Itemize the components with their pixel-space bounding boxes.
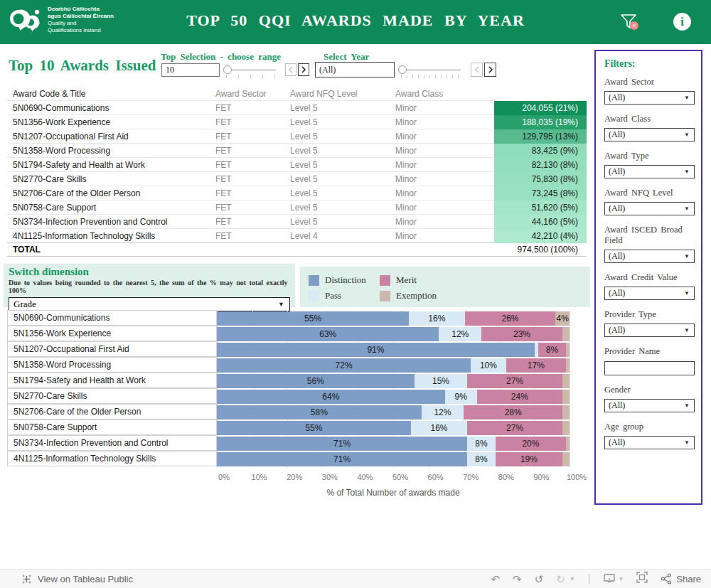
bar-segment-distinction[interactable]: 63%: [217, 327, 439, 341]
bar-segment-exemption[interactable]: [566, 343, 570, 357]
cell-award-count[interactable]: 83,425 (9%): [494, 144, 587, 158]
bar-segment-pass[interactable]: 12%: [422, 405, 464, 419]
download-caret-icon[interactable]: ▼: [618, 576, 624, 582]
share-button[interactable]: Share: [661, 573, 701, 584]
table-row[interactable]: 5N1358-Word ProcessingFETLevel 5Minor83,…: [7, 143, 587, 157]
bar-segment-merit[interactable]: 20%: [496, 437, 566, 451]
bar-segment-distinction[interactable]: 91%: [217, 343, 535, 357]
top-selection-input[interactable]: [161, 63, 220, 77]
legend-item[interactable]: Merit: [380, 272, 493, 288]
legend-item[interactable]: Distinction: [309, 272, 380, 288]
bar-segment-merit[interactable]: 26%: [465, 311, 556, 326]
bar-segment-exemption[interactable]: [562, 405, 570, 419]
select-year-prev-button[interactable]: [471, 63, 483, 77]
table-row[interactable]: 5N0690-CommunicationsFETLevel 5Minor204,…: [7, 100, 587, 114]
table-row[interactable]: 5N0758-Care SupportFETLevel 5Minor51,620…: [7, 200, 587, 214]
bar-segment-pass[interactable]: 8%: [467, 452, 496, 466]
bar-segment-merit[interactable]: 8%: [538, 343, 566, 357]
bar-segment-merit[interactable]: 27%: [467, 421, 562, 435]
filter-funnel-icon[interactable]: ×: [618, 11, 639, 32]
cell-award-count[interactable]: 73,245 (8%): [494, 186, 587, 201]
filter-dropdown[interactable]: (All)▼: [604, 202, 695, 215]
cell-award-count[interactable]: 82,130 (8%): [494, 158, 587, 172]
bar-segment-exemption[interactable]: [562, 390, 570, 404]
select-year-slider[interactable]: [400, 65, 461, 75]
bar-segment-pass[interactable]: 16%: [409, 311, 465, 326]
filter-dropdown[interactable]: (All)▼: [604, 250, 695, 263]
filter-dropdown[interactable]: (All)▼: [604, 399, 695, 412]
cell-award-count[interactable]: 129,795 (13%): [494, 129, 587, 144]
bar-segment-distinction[interactable]: 72%: [217, 358, 471, 373]
table-row[interactable]: 5N1356-Work ExperienceFETLevel 5Minor188…: [7, 114, 587, 129]
view-on-tableau-public-link[interactable]: View on Tableau Public: [21, 574, 133, 584]
filter-text-input[interactable]: [604, 361, 695, 375]
cell-award-count[interactable]: 51,620 (5%): [494, 201, 587, 215]
bar-segment-pass[interactable]: 9%: [445, 390, 477, 404]
slider-knob[interactable]: [398, 65, 407, 74]
table-row[interactable]: 5N2706-Care of the Older PersonFETLevel …: [7, 186, 587, 200]
cell-award-count[interactable]: 75,830 (8%): [494, 172, 587, 186]
bar-segment-distinction[interactable]: 56%: [217, 374, 415, 388]
bar-segment-pass[interactable]: 15%: [415, 374, 467, 388]
fullscreen-icon[interactable]: [636, 572, 648, 586]
table-row[interactable]: 4N1125-Information Technology SkillsFETL…: [7, 228, 587, 242]
app-header: Dearbhú Cáilíochta agus Cáilíochtaí Éire…: [0, 0, 711, 44]
download-icon[interactable]: ▼: [603, 573, 624, 584]
table-row[interactable]: 5N2770-Care SkillsFETLevel 5Minor75,830 …: [7, 171, 587, 186]
select-year-next-button[interactable]: [484, 63, 496, 77]
bar-segment-distinction[interactable]: 64%: [217, 390, 445, 404]
top-selection-prev-button[interactable]: [285, 63, 296, 76]
bar-segment-exemption[interactable]: [566, 358, 570, 373]
bar-segment-pass[interactable]: 8%: [467, 437, 496, 451]
slider-track[interactable]: [400, 69, 461, 71]
bar-segment-pass[interactable]: 16%: [411, 421, 467, 435]
bar-segment-distinction[interactable]: 55%: [217, 311, 409, 326]
select-year-input[interactable]: [315, 62, 395, 77]
filter-dropdown[interactable]: (All)▼: [604, 91, 695, 105]
bar-segment-merit[interactable]: 19%: [496, 452, 562, 466]
cell-award-count[interactable]: 204,055 (21%): [494, 101, 587, 115]
table-row[interactable]: 5N3734-Infection Prevention and ControlF…: [7, 214, 587, 228]
bar-segment-exemption[interactable]: 4%: [555, 311, 570, 326]
cell-award-count[interactable]: 42,210 (4%): [494, 229, 587, 243]
bar-segment-merit[interactable]: 17%: [506, 358, 566, 373]
undo-icon[interactable]: ↶: [491, 574, 501, 584]
slider-knob[interactable]: [223, 65, 232, 74]
redo-icon[interactable]: ↷: [513, 574, 522, 584]
revert-icon[interactable]: ↺: [535, 574, 544, 584]
top-selection-slider[interactable]: [225, 65, 276, 75]
bar-segment-distinction[interactable]: 71%: [217, 437, 467, 451]
filter-dropdown[interactable]: (All)▼: [604, 287, 695, 300]
bar-segment-distinction[interactable]: 58%: [217, 405, 422, 419]
dimension-dropdown[interactable]: Grade ▼: [9, 297, 290, 311]
bar-segment-exemption[interactable]: [562, 421, 570, 435]
filter-dropdown[interactable]: (All)▼: [604, 165, 695, 178]
bar-segment-distinction[interactable]: 71%: [217, 452, 467, 466]
bar-segment-exemption[interactable]: [566, 437, 570, 451]
filter-dropdown[interactable]: (All)▼: [604, 128, 695, 141]
slider-track[interactable]: [225, 69, 276, 71]
top-selection-next-button[interactable]: [298, 63, 309, 76]
refresh-icon[interactable]: ↻: [556, 574, 565, 584]
bar-segment-pass[interactable]: 12%: [439, 327, 481, 341]
filter-dropdown[interactable]: (All)▼: [604, 436, 695, 449]
filter-clear-badge-icon[interactable]: ×: [630, 21, 638, 30]
bar-segment-distinction[interactable]: 55%: [217, 421, 411, 435]
cell-award-count[interactable]: 44,160 (5%): [494, 215, 587, 229]
cell-award-count[interactable]: 188,035 (19%): [494, 115, 587, 129]
bar-segment-exemption[interactable]: [562, 374, 570, 388]
legend-item[interactable]: Exemption: [380, 288, 493, 304]
refresh-caret-icon[interactable]: ▼: [570, 576, 575, 582]
bar-segment-exemption[interactable]: [562, 452, 570, 466]
bar-segment-merit[interactable]: 23%: [481, 327, 562, 341]
table-row[interactable]: 5N1794-Safety and Health at WorkFETLevel…: [7, 157, 587, 171]
info-icon[interactable]: i: [673, 13, 691, 31]
bar-segment-merit[interactable]: 28%: [464, 405, 562, 419]
bar-segment-pass[interactable]: 10%: [471, 358, 506, 373]
filter-dropdown[interactable]: (All)▼: [604, 324, 695, 337]
table-row[interactable]: 5N1207-Occupational First AidFETLevel 5M…: [7, 129, 587, 143]
bar-segment-exemption[interactable]: [562, 327, 570, 341]
legend-item[interactable]: Pass: [309, 288, 380, 304]
bar-segment-merit[interactable]: 24%: [477, 390, 562, 404]
bar-segment-merit[interactable]: 27%: [467, 374, 562, 388]
